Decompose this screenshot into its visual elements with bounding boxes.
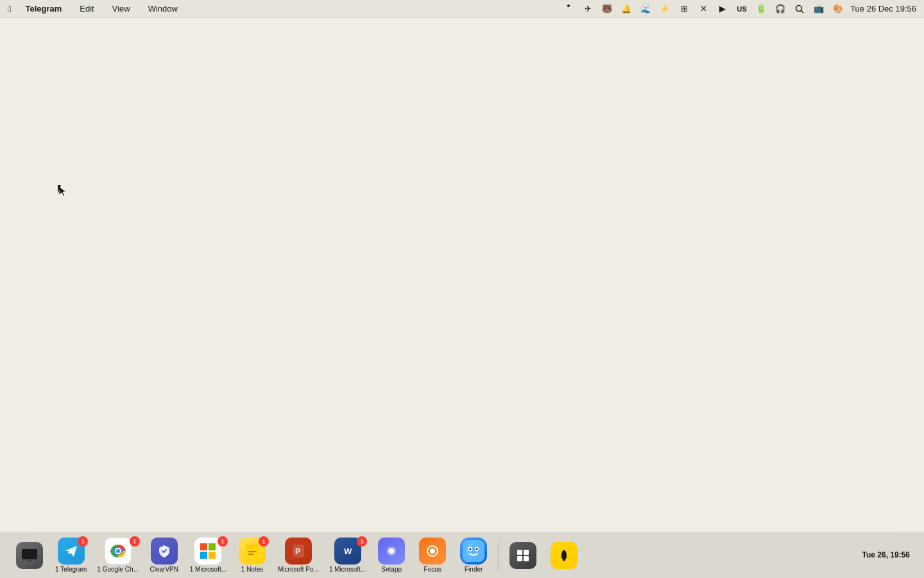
play-tray-icon[interactable]: ▶ (715, 2, 730, 16)
menubar-left:  Telegram Edit View Window (8, 3, 182, 15)
telegram-label: 1 Telegram (55, 566, 87, 573)
headphone-icon[interactable]: 🎧 (773, 2, 787, 16)
clearvpn-label: ClearVPN (150, 566, 178, 573)
svg-text:W: W (344, 547, 352, 556)
dock-item-focus[interactable]: Focus (413, 535, 452, 575)
mouse-cursor (58, 185, 67, 197)
word-badge: 1 (357, 536, 367, 547)
svg-rect-10 (209, 543, 216, 550)
dock-item-bell[interactable] (545, 539, 583, 572)
dock-item-finder[interactable]: Finder (454, 535, 493, 575)
clock: Tue 26 Dec 19:56 (850, 4, 916, 13)
bell-app-icon (551, 542, 578, 569)
dock-item-word[interactable]: 1 W 1 Microsoft... (325, 535, 370, 575)
svg-point-27 (470, 548, 472, 550)
notes-label: 1 Notes (241, 566, 263, 573)
word-label: 1 Microsoft... (329, 566, 366, 573)
dock: 1 1 Telegram 1 1 Google Ch... (0, 532, 924, 578)
desktop-app-icon (16, 542, 43, 569)
svg-rect-3 (22, 549, 37, 559)
svg-rect-14 (246, 545, 259, 548)
svg-rect-9 (200, 543, 207, 550)
svg-rect-12 (209, 552, 216, 559)
powerpoint-app-icon: P (285, 538, 312, 565)
x-tray-icon[interactable]: ✕ (696, 2, 710, 16)
dock-item-telegram[interactable]: 1 1 Telegram (51, 535, 90, 575)
focus-label: Focus (424, 566, 441, 573)
dock-item-grid[interactable] (504, 539, 542, 572)
svg-rect-11 (200, 552, 207, 559)
menubar:  Telegram Edit View Window ✈ 🐻 🔔 🌊 ⚡ ⊞ … (0, 0, 924, 18)
view-menu[interactable]: View (108, 3, 134, 15)
electron-icon[interactable]: ⚡ (658, 2, 672, 16)
telegram-badge: 1 (78, 536, 88, 547)
dock-separator (498, 541, 499, 570)
search-tray-icon[interactable] (792, 2, 807, 16)
svg-rect-4 (27, 560, 32, 562)
dock-item-microsoft1[interactable]: 1 1 Microsoft... (186, 535, 230, 575)
dock-item-desktop[interactable] (10, 539, 49, 572)
menubar-right: ✈ 🐻 🔔 🌊 ⚡ ⊞ ✕ ▶ US 🔋 🎧 📺 🎨 Tue 26 Dec 19… (561, 2, 916, 16)
accessibility-icon[interactable] (561, 2, 576, 16)
svg-rect-30 (524, 550, 529, 555)
finder-app-icon (460, 538, 487, 565)
battery-icon[interactable]: 🔋 (754, 2, 768, 16)
svg-point-34 (563, 559, 565, 561)
svg-point-1 (796, 5, 802, 11)
focus-app-icon (419, 538, 446, 565)
setapp-app-icon (378, 538, 405, 565)
svg-point-21 (388, 548, 395, 554)
color-swatch-icon[interactable]: 🎨 (831, 2, 845, 16)
bear-icon[interactable]: 🐻 (600, 2, 614, 16)
svg-line-2 (801, 10, 804, 13)
powerpoint-label: Microsoft Po... (278, 566, 319, 573)
desktop (0, 18, 924, 560)
svg-point-28 (476, 548, 478, 550)
dock-item-clock[interactable]: Tue 26, 19:56 (859, 548, 914, 562)
dock-item-setapp[interactable]: Setapp (372, 535, 411, 575)
chrome-label: 1 Google Ch... (97, 566, 138, 573)
screen-tray-icon[interactable]: 📺 (812, 2, 826, 16)
app-name-menu[interactable]: Telegram (21, 3, 65, 15)
dock-date: Tue 26, 19:56 (862, 550, 910, 559)
edit-menu[interactable]: Edit (76, 3, 98, 15)
svg-point-8 (116, 549, 120, 553)
dock-item-powerpoint[interactable]: P Microsoft Po... (274, 535, 323, 575)
window-menu[interactable]: Window (144, 3, 182, 15)
svg-point-23 (430, 548, 435, 554)
dock-item-clearvpn[interactable]: ClearVPN (145, 535, 184, 575)
svg-rect-5 (25, 562, 34, 563)
grid-app-icon (509, 542, 536, 569)
dock-item-chrome[interactable]: 1 1 Google Ch... (93, 535, 142, 575)
apple-menu[interactable]:  (8, 3, 11, 14)
dock-right: Tue 26, 19:56 (859, 548, 914, 562)
chrome-app-icon (105, 538, 132, 565)
svg-rect-31 (517, 556, 522, 561)
svg-point-0 (567, 4, 570, 7)
setapp-label: Setapp (381, 566, 402, 573)
language-icon[interactable]: US (735, 2, 749, 16)
grid-tray-icon[interactable]: ⊞ (677, 2, 691, 16)
notification-bell-icon[interactable]: 🔔 (619, 2, 633, 16)
chrome-badge: 1 (130, 536, 140, 547)
clearvpn-app-icon (151, 538, 178, 565)
telegram-tray-icon[interactable]: ✈ (581, 2, 595, 16)
dock-item-notes[interactable]: 1 1 Notes (233, 535, 271, 575)
microsoft1-label: 1 Microsoft... (190, 566, 227, 573)
notes-badge: 1 (259, 536, 269, 547)
microsoft1-badge: 1 (218, 536, 228, 547)
finder-label: Finder (465, 566, 483, 573)
flow-icon[interactable]: 🌊 (638, 2, 653, 16)
svg-rect-32 (524, 556, 529, 561)
svg-text:P: P (295, 547, 300, 556)
svg-rect-29 (517, 550, 522, 555)
